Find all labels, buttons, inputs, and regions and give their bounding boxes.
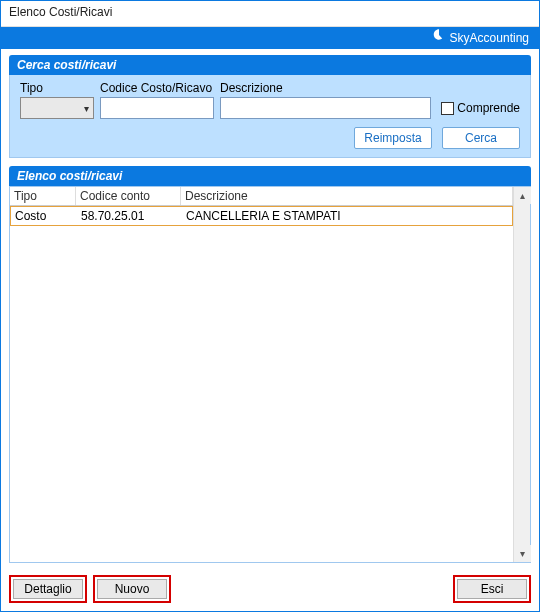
cell-codice: 58.70.25.01 bbox=[77, 207, 182, 225]
search-section-header: Cerca costi/ricavi bbox=[9, 55, 531, 75]
vertical-scrollbar[interactable]: ▴ ▾ bbox=[513, 187, 530, 562]
descrizione-input[interactable] bbox=[220, 97, 431, 119]
scroll-up-icon[interactable]: ▴ bbox=[514, 187, 531, 204]
esci-button[interactable]: Esci bbox=[457, 579, 527, 599]
dettaglio-highlight: Dettaglio bbox=[9, 575, 87, 603]
column-headers: Tipo Codice conto Descrizione bbox=[10, 187, 513, 206]
search-panel: Tipo Codice Costo/Ricavo Descrizione ▾ C… bbox=[9, 75, 531, 158]
window-title: Elenco Costi/Ricavi bbox=[9, 5, 112, 19]
list-container: Tipo Codice conto Descrizione Costo 58.7… bbox=[9, 186, 531, 563]
nuovo-button[interactable]: Nuovo bbox=[97, 579, 167, 599]
dettaglio-button[interactable]: Dettaglio bbox=[13, 579, 83, 599]
scroll-down-icon[interactable]: ▾ bbox=[514, 545, 531, 562]
codice-input[interactable] bbox=[100, 97, 214, 119]
brand-bar: SkyAccounting bbox=[1, 27, 539, 49]
reset-button[interactable]: Reimposta bbox=[354, 127, 432, 149]
chevron-down-icon: ▾ bbox=[84, 103, 89, 114]
cell-descrizione: CANCELLERIA E STAMPATI bbox=[182, 207, 512, 225]
label-tipo: Tipo bbox=[20, 81, 100, 95]
cell-tipo: Costo bbox=[11, 207, 77, 225]
footer-bar: Dettaglio Nuovo Esci bbox=[1, 569, 539, 611]
col-header-tipo[interactable]: Tipo bbox=[10, 187, 76, 205]
label-descrizione: Descrizione bbox=[220, 81, 520, 95]
brand-logo-icon bbox=[432, 27, 446, 49]
label-codice: Codice Costo/Ricavo bbox=[100, 81, 220, 95]
comprende-label: Comprende bbox=[457, 101, 520, 115]
col-header-descrizione[interactable]: Descrizione bbox=[181, 187, 513, 205]
nuovo-highlight: Nuovo bbox=[93, 575, 171, 603]
col-header-codice[interactable]: Codice conto bbox=[76, 187, 181, 205]
comprende-checkbox[interactable] bbox=[441, 102, 454, 115]
esci-highlight: Esci bbox=[453, 575, 531, 603]
table-row[interactable]: Costo 58.70.25.01 CANCELLERIA E STAMPATI bbox=[10, 206, 513, 226]
search-button[interactable]: Cerca bbox=[442, 127, 520, 149]
list-section-header: Elenco costi/ricavi bbox=[9, 166, 531, 186]
tipo-dropdown[interactable]: ▾ bbox=[20, 97, 94, 119]
window-titlebar: Elenco Costi/Ricavi bbox=[1, 1, 539, 27]
brand-name: SkyAccounting bbox=[450, 27, 529, 49]
